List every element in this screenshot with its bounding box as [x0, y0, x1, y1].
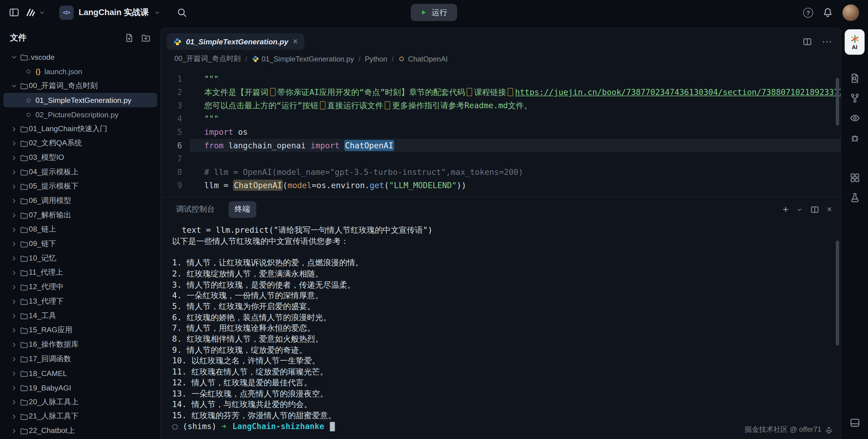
tree-folder-16_操作数据库[interactable]: 16_操作数据库 — [3, 337, 157, 352]
folder-icon — [19, 355, 29, 363]
sidebar-toggle-button[interactable] — [9, 7, 19, 18]
tree-folder-15_RAG应用[interactable]: 15_RAG应用 — [3, 323, 157, 337]
chevron-right-icon — [9, 168, 19, 175]
terminal-scrollbar[interactable] — [836, 241, 839, 345]
bell-icon — [823, 7, 833, 18]
folder-icon — [19, 154, 29, 162]
breadcrumb-item[interactable]: 00_开篇词_奇点时刻 — [175, 54, 241, 64]
tree-folder-10_记忆[interactable]: 10_记忆 — [3, 251, 157, 266]
git-fork-button[interactable] — [843, 88, 866, 108]
api-test-icon — [849, 192, 860, 203]
workspace-switcher[interactable]: LangChain 实战课 — [59, 5, 160, 20]
prompt-cwd: LangChain-shizhanke — [232, 421, 324, 432]
new-terminal-button[interactable] — [783, 205, 788, 215]
tree-folder-07_解析输出[interactable]: 07_解析输出 — [3, 208, 157, 223]
chevron-right-icon — [9, 370, 19, 377]
breadcrumb-item[interactable]: Python — [365, 55, 387, 63]
more-actions-button[interactable] — [822, 36, 832, 46]
json-braces-icon: {} — [35, 68, 40, 75]
tree-folder-03_模型IO[interactable]: 03_模型IO — [3, 150, 157, 165]
search-button[interactable] — [176, 7, 187, 18]
tree-folder-17_回调函数[interactable]: 17_回调函数 — [3, 351, 157, 366]
code-line-1: """ — [190, 72, 841, 86]
tree-folder-02_文档QA系统[interactable]: 02_文档QA系统 — [3, 136, 157, 150]
chevron-right-icon — [9, 355, 19, 363]
tree-folder-.vscode[interactable]: .vscode — [3, 50, 157, 64]
breadcrumb: 00_开篇词_奇点时刻/01_SimpleTextGeneration.py/P… — [161, 50, 841, 67]
tree-folder-00_开篇词_奇点时刻[interactable]: 00_开篇词_奇点时刻 — [3, 78, 157, 93]
preview-button[interactable] — [843, 108, 866, 128]
split-terminal-icon — [810, 205, 819, 214]
terminal-line: 10. 以红玫瑰之名，许情人节一生挚爱。 — [172, 356, 830, 367]
tree-item-label: 03_模型IO — [29, 153, 64, 163]
tree-folder-12_代理中[interactable]: 12_代理中 — [3, 280, 157, 294]
tree-item-label: 12_代理中 — [29, 282, 64, 292]
terminal-prompt: (shims) ➜ LangChain-shizhanke — [172, 421, 830, 432]
tree-file-02_PictureDescription.py[interactable]: 02_PictureDescription.py — [3, 107, 157, 122]
tree-folder-11_代理上[interactable]: 11_代理上 — [3, 265, 157, 280]
tree-folder-08_链上[interactable]: 08_链上 — [3, 222, 157, 237]
terminal-line: 2. 红玫瑰绽放情人节，爱意满满永相随。 — [172, 269, 830, 279]
file-icon — [27, 69, 30, 73]
terminal-line: 12. 情人节，红玫瑰是爱的最佳代言。 — [172, 377, 830, 389]
bottom-panel-button[interactable] — [843, 412, 866, 432]
new-folder-button[interactable] — [141, 33, 151, 42]
tree-folder-18_CAMEL[interactable]: 18_CAMEL — [3, 366, 157, 380]
debug-button[interactable] — [843, 128, 866, 148]
terminal-dropdown-button[interactable] — [796, 206, 802, 212]
breadcrumb-item[interactable]: ChatOpenAI — [398, 55, 447, 63]
sidebar-toggle-icon — [9, 7, 19, 18]
split-terminal-button[interactable] — [810, 205, 819, 214]
tree-file-01_SimpleTextGeneration.py[interactable]: 01_SimpleTextGeneration.py — [3, 93, 157, 107]
help-button[interactable] — [803, 7, 813, 18]
file-search-button[interactable] — [843, 68, 866, 88]
run-button[interactable]: 运行 — [411, 4, 457, 21]
tree-folder-13_代理下[interactable]: 13_代理下 — [3, 294, 157, 309]
ai-assistant-button[interactable]: AI — [845, 29, 865, 55]
tree-folder-06_调用模型[interactable]: 06_调用模型 — [3, 194, 157, 208]
debug-icon — [849, 132, 860, 143]
split-editor-button[interactable] — [803, 37, 812, 46]
folder-icon — [19, 82, 29, 90]
chevron-right-icon — [9, 255, 19, 262]
tree-folder-14_工具[interactable]: 14_工具 — [3, 308, 157, 323]
chevron-right-icon — [9, 226, 19, 233]
line-numbers: 123456789 — [161, 72, 190, 197]
tree-folder-04_提示模板上[interactable]: 04_提示模板上 — [3, 165, 157, 179]
folder-icon — [19, 369, 29, 377]
panel-tab-终端[interactable]: 终端 — [228, 201, 256, 218]
juejin-logo-icon — [825, 426, 833, 434]
breadcrumb-item[interactable]: 01_SimpleTextGeneration.py — [252, 55, 354, 63]
terminal-line: 14. 情人节，与红玫瑰共赴爱的约会。 — [172, 400, 830, 410]
tree-folder-01_LangChain快速入门[interactable]: 01_LangChain快速入门 — [3, 122, 157, 136]
panel-tab-调试控制台[interactable]: 调试控制台 — [170, 201, 221, 218]
app-logo[interactable] — [25, 7, 45, 18]
code-editor[interactable]: 123456789 """本文件是【开篇词带你亲证AI应用开发的“奇点”时刻】章… — [161, 67, 841, 197]
tab-close-icon[interactable] — [293, 36, 298, 46]
sidebar: 文件 .vscode{}launch.json00_开篇词_奇点时刻01_Sim… — [0, 25, 161, 439]
close-panel-button[interactable] — [827, 205, 832, 214]
tree-folder-19_BabyAGI[interactable]: 19_BabyAGI — [3, 380, 157, 395]
code-line-9: llm = ChatOpenAI(model=os.environ.get("L… — [190, 178, 841, 192]
tree-folder-20_人脉工具上[interactable]: 20_人脉工具上 — [3, 395, 157, 409]
tree-folder-21_人脉工具下[interactable]: 21_人脉工具下 — [3, 409, 157, 424]
tree-file-launch.json[interactable]: {}launch.json — [3, 64, 157, 79]
folder-icon — [19, 254, 29, 263]
folder-icon — [19, 326, 29, 334]
folder-icon — [19, 53, 29, 61]
editor-tab[interactable]: 01_SimpleTextGeneration.py — [166, 33, 305, 50]
tree-folder-22_Chatbot上[interactable]: 22_Chatbot上 — [3, 424, 157, 438]
chevron-right-icon — [9, 283, 19, 291]
folder-icon — [19, 412, 29, 420]
chevron-right-icon — [9, 140, 19, 147]
notifications-button[interactable] — [823, 7, 833, 18]
api-test-button[interactable] — [843, 188, 866, 207]
editor-section: 01_SimpleTextGeneration.py 00_开篇词_奇点时刻/0… — [161, 28, 841, 197]
extensions-button[interactable] — [843, 168, 866, 188]
new-file-button[interactable] — [125, 33, 134, 42]
terminal-output[interactable]: text = llm.predict("请给我写一句情人节红玫瑰的中文宣传语")… — [161, 222, 841, 439]
tree-folder-05_提示模板下[interactable]: 05_提示模板下 — [3, 179, 157, 194]
tree-folder-09_链下[interactable]: 09_链下 — [3, 237, 157, 251]
user-avatar[interactable] — [842, 4, 859, 21]
editor-scrollbar[interactable] — [836, 78, 839, 126]
